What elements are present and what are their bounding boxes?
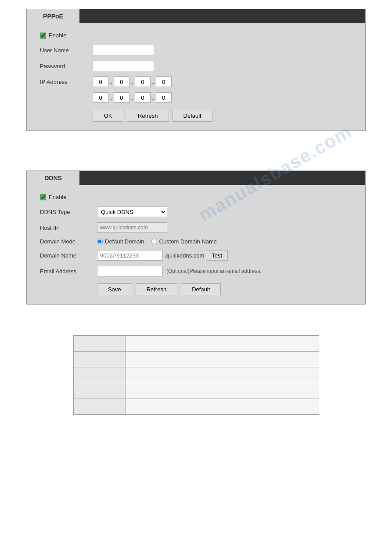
table-cell-col1 [73, 367, 126, 383]
table-cell-col1 [73, 352, 126, 367]
pppoe-ip1-dot2: . [130, 78, 134, 85]
table-cell-col1 [73, 399, 126, 415]
ddns-email-input[interactable] [97, 266, 163, 276]
ddns-hostip-label: Host IP [40, 225, 97, 231]
pppoe-ip2-oct1[interactable] [93, 92, 108, 103]
pppoe-ip2-oct4[interactable] [156, 92, 172, 103]
pppoe-enable-row: Enable [40, 32, 352, 39]
pppoe-ip2-group: . . . [93, 92, 172, 103]
ddns-enable-row: Enable [40, 194, 352, 200]
table-row [73, 336, 319, 352]
ddns-save-button[interactable]: Save [97, 283, 132, 295]
pppoe-password-row: Password [40, 61, 352, 71]
pppoe-ip1-oct2[interactable] [114, 76, 129, 87]
pppoe-password-input[interactable] [93, 61, 154, 71]
ddns-domainmode-label: Domain Mode [40, 238, 97, 245]
table-row [73, 367, 319, 383]
pppoe-password-label: Password [40, 63, 93, 69]
spacer1 [26, 144, 366, 170]
pppoe-ip1-oct4[interactable] [156, 76, 172, 87]
ddns-defaultdomain-radio[interactable] [97, 239, 103, 244]
ddns-customdomain-label: Custom Domain Name [159, 238, 217, 245]
ddns-title: DDNS [27, 171, 79, 185]
ddns-domainname-label: Domain Name [40, 252, 97, 259]
ddns-panel: DDNS Enable DDNS Type Quick DDNS NO-IP D… [26, 170, 366, 305]
table-cell-col2 [126, 352, 319, 367]
ddns-enable-text: Enable [49, 194, 66, 200]
table-cell-col1 [73, 383, 126, 399]
pppoe-header-bar [79, 9, 365, 23]
table-cell-col2 [126, 336, 319, 352]
pppoe-title: PPPoE [27, 9, 79, 23]
ddns-domainname-row: Domain Name .quickddns.com Test [40, 250, 352, 261]
ddns-defaultdomain-label: Default Domain [105, 238, 144, 245]
ddns-test-button[interactable]: Test [206, 250, 228, 261]
ddns-default-button[interactable]: Default [181, 283, 221, 295]
ddns-defaultdomain-option[interactable]: Default Domain [97, 238, 144, 245]
ddns-type-label: DDNS Type [40, 209, 97, 215]
ddns-domainname-input[interactable] [97, 250, 163, 261]
ddns-customdomain-radio[interactable] [151, 239, 157, 244]
pppoe-ok-button[interactable]: OK [93, 110, 123, 122]
pppoe-enable-text: Enable [49, 32, 66, 39]
pppoe-body: Enable User Name Password IP Address . [27, 23, 365, 131]
ddns-type-row: DDNS Type Quick DDNS NO-IP DynDNS [40, 207, 352, 217]
ddns-domainmode-row: Domain Mode Default Domain Custom Domain… [40, 238, 352, 245]
pppoe-ip2-oct2[interactable] [114, 92, 129, 103]
pppoe-ip1-group: . . . [93, 76, 172, 87]
ddns-hostip-input [97, 222, 167, 233]
ddns-header: DDNS [27, 171, 365, 185]
ddns-email-label: Email Address [40, 268, 97, 275]
ddns-type-select[interactable]: Quick DDNS NO-IP DynDNS [97, 207, 167, 217]
ddns-customdomain-option[interactable]: Custom Domain Name [151, 238, 217, 245]
ddns-refresh-button[interactable]: Refresh [136, 283, 178, 295]
pppoe-refresh-button[interactable]: Refresh [127, 110, 169, 122]
pppoe-ip2-dot2: . [130, 94, 134, 101]
pppoe-username-input[interactable] [93, 45, 154, 55]
pppoe-ip1-dot3: . [151, 78, 155, 85]
pppoe-default-button[interactable]: Default [173, 110, 212, 122]
table-row [73, 352, 319, 367]
spacer2 [26, 318, 366, 326]
ddns-header-bar [79, 171, 365, 185]
ddns-enable-checkbox[interactable] [40, 194, 46, 200]
pppoe-button-row: OK Refresh Default [93, 110, 352, 122]
ddns-domainname-group: .quickddns.com Test [97, 250, 228, 261]
table-cell-col2 [126, 367, 319, 383]
pppoe-ip-row: IP Address . . . [40, 76, 352, 87]
pppoe-ip-label: IP Address [40, 79, 93, 85]
pppoe-ip1-dot1: . [109, 78, 113, 85]
bottom-table [73, 335, 319, 415]
pppoe-ip2-oct3[interactable] [135, 92, 151, 103]
pppoe-enable-label[interactable]: Enable [40, 32, 66, 39]
table-cell-col2 [126, 383, 319, 399]
ddns-enable-label[interactable]: Enable [40, 194, 66, 200]
pppoe-username-row: User Name [40, 45, 352, 55]
table-row [73, 399, 319, 415]
pppoe-username-label: User Name [40, 47, 93, 54]
ddns-domain-suffix: .quickddns.com [165, 252, 204, 259]
ddns-hostip-row: Host IP [40, 222, 352, 233]
ddns-email-hint: (Optional)Please input an email address. [166, 268, 262, 274]
table-row [73, 383, 319, 399]
table-cell-col2 [126, 399, 319, 415]
pppoe-ip1-oct1[interactable] [93, 76, 108, 87]
ddns-body: Enable DDNS Type Quick DDNS NO-IP DynDNS… [27, 185, 365, 304]
pppoe-ip2-dot1: . [109, 94, 113, 101]
pppoe-ip2-dot3: . [151, 94, 155, 101]
table-cell-col1 [73, 336, 126, 352]
ddns-button-row: Save Refresh Default [97, 283, 352, 295]
ddns-email-row: Email Address (Optional)Please input an … [40, 266, 352, 276]
pppoe-enable-checkbox[interactable] [40, 33, 46, 39]
pppoe-ip1-oct3[interactable] [135, 76, 151, 87]
pppoe-header: PPPoE [27, 9, 365, 23]
ddns-domainmode-group: Default Domain Custom Domain Name [97, 238, 217, 245]
pppoe-panel: PPPoE Enable User Name Password [26, 9, 366, 131]
pppoe-ip2-row: . . . [40, 92, 352, 103]
